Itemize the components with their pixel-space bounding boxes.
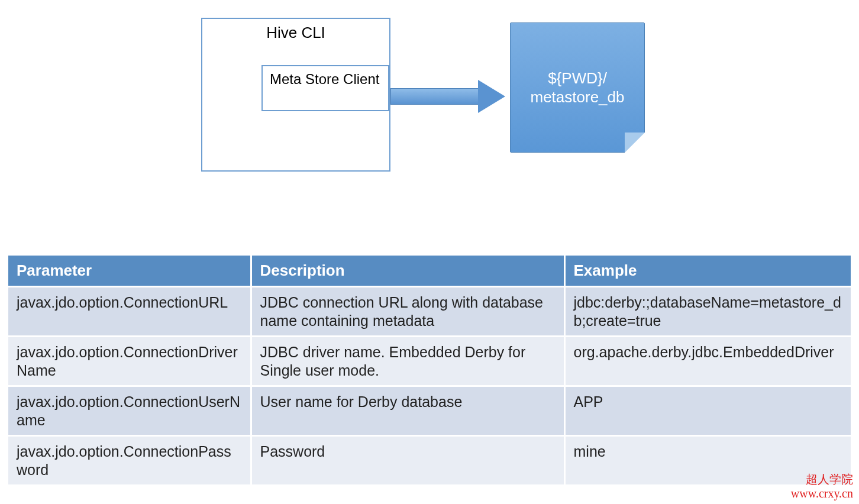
cell-description: JDBC driver name. Embedded Derby for Sin… <box>251 337 564 386</box>
arrow-icon <box>390 80 509 113</box>
cell-description: Password <box>251 436 564 485</box>
note-line-1: ${PWD}/ <box>548 69 607 88</box>
table-row: javax.jdo.option.ConnectionPasswordPassw… <box>8 436 851 485</box>
watermark: 超人学院 www.crxy.cn <box>791 472 853 500</box>
cell-parameter: javax.jdo.option.ConnectionDriverName <box>8 337 251 386</box>
table-row: javax.jdo.option.ConnectionDriverNameJDB… <box>8 337 851 386</box>
cell-example: org.apache.derby.jdbc.EmbeddedDriver <box>564 337 851 386</box>
watermark-line-2: www.crxy.cn <box>791 486 853 500</box>
architecture-diagram: Hive CLI Meta Store Client ${PWD}/ metas… <box>0 18 859 195</box>
meta-store-client-box: Meta Store Client <box>261 65 389 111</box>
parameters-table-container: Parameter Description Example javax.jdo.… <box>8 256 851 484</box>
cell-description: JDBC connection URL along with database … <box>251 287 564 337</box>
cell-parameter: javax.jdo.option.ConnectionURL <box>8 287 251 337</box>
watermark-line-1: 超人学院 <box>791 472 853 486</box>
table-row: javax.jdo.option.ConnectionUserNameUser … <box>8 386 851 436</box>
page-fold-icon <box>625 133 645 153</box>
hive-cli-box: Hive CLI Meta Store Client <box>201 18 390 172</box>
cell-example: jdbc:derby:;databaseName=metastore_db;cr… <box>564 287 851 337</box>
cell-parameter: javax.jdo.option.ConnectionUserName <box>8 386 251 436</box>
header-parameter: Parameter <box>8 256 251 287</box>
metastore-db-note: ${PWD}/ metastore_db <box>510 22 645 153</box>
header-description: Description <box>251 256 564 287</box>
table-header-row: Parameter Description Example <box>8 256 851 287</box>
cell-example: APP <box>564 386 851 436</box>
parameters-table: Parameter Description Example javax.jdo.… <box>8 256 851 484</box>
cell-parameter: javax.jdo.option.ConnectionPassword <box>8 436 251 485</box>
table-row: javax.jdo.option.ConnectionURLJDBC conne… <box>8 287 851 337</box>
note-line-2: metastore_db <box>531 88 625 107</box>
cell-description: User name for Derby database <box>251 386 564 436</box>
hive-cli-label: Hive CLI <box>202 24 389 42</box>
header-example: Example <box>564 256 851 287</box>
